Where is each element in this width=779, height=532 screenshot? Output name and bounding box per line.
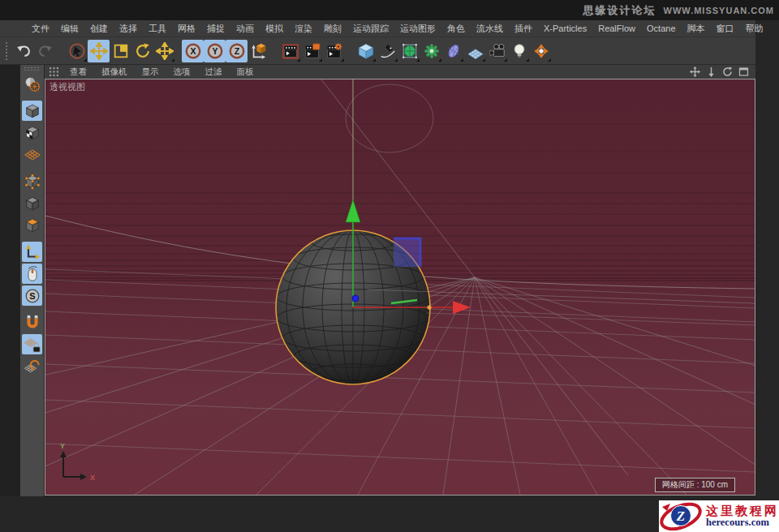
enable-axis-button[interactable]	[22, 242, 42, 262]
xparticles-icon	[532, 42, 550, 60]
viewport-canvas[interactable]: 透视视图	[45, 79, 755, 496]
menu-create[interactable]: 创建	[84, 23, 114, 35]
vp-menu-view[interactable]: 查看	[63, 66, 93, 78]
menu-character[interactable]: 角色	[441, 23, 471, 35]
vp-menu-filter[interactable]: 过滤	[199, 66, 229, 78]
edge-point	[427, 305, 431, 309]
viewport-solo-mouse-icon	[24, 265, 41, 283]
modeling-generator-button[interactable]	[420, 40, 442, 62]
rotate-tool-button[interactable]	[131, 40, 153, 62]
menu-simulate[interactable]: 模拟	[260, 23, 289, 35]
render-view-icon	[282, 42, 299, 60]
pan-icon[interactable]	[690, 66, 700, 77]
rotate-view-icon[interactable]	[722, 66, 733, 77]
menu-file[interactable]: 文件	[26, 23, 55, 35]
texture-mode-button[interactable]	[22, 122, 42, 143]
floor-button[interactable]	[464, 40, 486, 62]
make-editable-icon	[24, 75, 41, 93]
make-editable-button[interactable]	[22, 74, 42, 94]
edges-mode-icon	[24, 195, 41, 212]
menu-help[interactable]: 帮助	[740, 23, 769, 35]
lock-workplane-icon	[24, 336, 41, 354]
points-mode-button[interactable]	[22, 171, 42, 191]
edges-mode-button[interactable]	[22, 193, 42, 213]
workplane-rotation-button[interactable]	[22, 356, 42, 376]
viewport-solo-button[interactable]	[22, 264, 42, 284]
menu-motion-tracker[interactable]: 运动跟踪	[347, 23, 394, 35]
last-tool-button[interactable]	[153, 40, 175, 62]
viewport-menu-bar: 查看 摄像机 显示 选项 过滤 面板	[45, 65, 755, 79]
live-selection-icon	[68, 42, 86, 60]
vp-menu-panel[interactable]: 面板	[230, 66, 260, 78]
render-settings-icon	[325, 42, 343, 60]
menu-xparticles[interactable]: X-Particles	[538, 24, 592, 33]
polygons-mode-button[interactable]	[22, 215, 42, 235]
z-axis-lock-button[interactable]: Z	[226, 40, 247, 62]
move-alt-icon	[156, 42, 174, 60]
x-axis-lock-button[interactable]: X	[182, 40, 204, 62]
xy-plane-handle[interactable]	[394, 238, 420, 267]
lock-workplane-button[interactable]	[22, 334, 42, 354]
z-axis-icon: Z	[228, 42, 246, 60]
y-axis-lock-button[interactable]: Y	[204, 40, 226, 62]
enable-axis-icon	[24, 243, 41, 261]
subdivision-surface-button[interactable]	[398, 40, 420, 62]
menu-realflow[interactable]: RealFlow	[592, 24, 641, 33]
menu-pipeline[interactable]: 流水线	[471, 23, 509, 35]
scale-tool-button[interactable]	[110, 40, 131, 62]
menu-snap[interactable]: 捕捉	[201, 23, 230, 35]
menu-mesh[interactable]: 网格	[172, 23, 201, 35]
scene-3d: Y X	[45, 79, 755, 495]
camera-icon	[488, 42, 506, 60]
z-axis-handle[interactable]	[352, 295, 359, 302]
snap-settings-button[interactable]: S	[22, 285, 42, 306]
render-view-button[interactable]	[279, 40, 301, 62]
footer-logo-mark-icon: Z	[659, 500, 704, 532]
menu-plugins[interactable]: 插件	[509, 23, 538, 35]
vp-menu-cameras[interactable]: 摄像机	[95, 66, 134, 78]
mode-toolbar: S	[20, 65, 44, 496]
menu-octane[interactable]: Octane	[641, 24, 681, 33]
menu-window[interactable]: 窗口	[711, 23, 740, 35]
menu-tools[interactable]: 工具	[143, 23, 172, 35]
grid-spacing-indicator: 网格间距 : 100 cm	[655, 478, 735, 492]
x-axis-icon: X	[184, 42, 202, 60]
rotate-icon	[134, 42, 152, 60]
vp-menu-options[interactable]: 选项	[167, 66, 197, 78]
render-to-picture-viewer-button[interactable]	[301, 40, 323, 62]
move-tool-button[interactable]	[88, 40, 110, 62]
workplane-mode-button[interactable]	[22, 144, 42, 165]
svg-text:X: X	[190, 45, 196, 55]
texture-mode-icon	[24, 124, 41, 142]
camera-button[interactable]	[486, 40, 508, 62]
toolbar-drag-handle[interactable]	[5, 41, 9, 61]
menu-sculpt[interactable]: 雕刻	[318, 23, 347, 35]
menu-script[interactable]: 脚本	[682, 23, 711, 35]
deformer-button[interactable]	[442, 40, 464, 62]
footer-logo-name: 这里教程网	[706, 504, 779, 517]
xparticles-button[interactable]	[530, 40, 552, 62]
mode-toolbar-drag-handle[interactable]	[24, 66, 41, 71]
scale-icon	[112, 42, 130, 60]
model-mode-button[interactable]	[22, 101, 42, 121]
menu-mograph[interactable]: 运动图形	[394, 23, 441, 35]
menu-edit[interactable]: 编辑	[55, 23, 84, 35]
redo-button[interactable]	[34, 40, 56, 62]
enable-snap-button[interactable]	[22, 312, 42, 332]
live-selection-button[interactable]	[66, 40, 88, 62]
vp-menu-display[interactable]: 显示	[136, 66, 166, 78]
light-button[interactable]	[508, 40, 530, 62]
menu-select[interactable]: 选择	[114, 23, 143, 35]
menu-render[interactable]: 渲染	[289, 23, 318, 35]
add-cube-button[interactable]	[355, 40, 377, 62]
coordinate-system-button[interactable]	[247, 40, 269, 62]
menu-animate[interactable]: 动画	[230, 23, 260, 35]
workplane-rotation-icon	[24, 358, 41, 375]
maximize-icon[interactable]	[738, 66, 749, 77]
undo-button[interactable]	[12, 40, 34, 62]
dolly-icon[interactable]	[706, 66, 717, 77]
left-rail	[0, 65, 20, 496]
spline-pen-button[interactable]	[377, 40, 398, 62]
main-toolbar: X Y Z	[0, 37, 755, 65]
edit-render-settings-button[interactable]	[323, 40, 345, 62]
